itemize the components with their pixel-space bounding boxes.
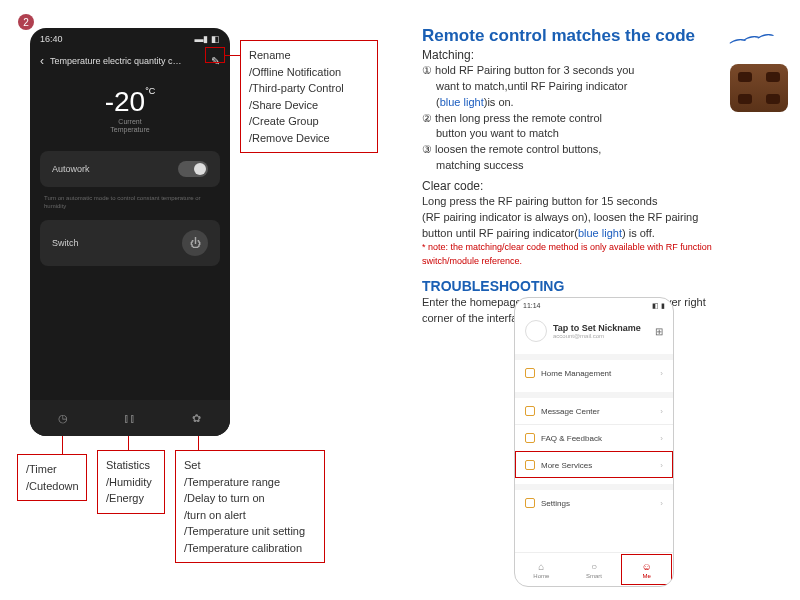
autowork-toggle[interactable] xyxy=(178,161,208,177)
switch-label: Switch xyxy=(52,238,79,248)
faq-icon xyxy=(525,433,535,443)
tab-label: Home xyxy=(533,573,549,579)
row-label: Message Center xyxy=(541,407,600,416)
connector-line xyxy=(198,436,199,450)
home-mgmt-icon xyxy=(525,368,535,378)
matching-step-2: ② then long press the remote control xyxy=(422,111,782,126)
temperature-display: -20°C Current Temperature xyxy=(30,72,230,141)
edit-menu-callout: Rename /Offline Notification /Third-part… xyxy=(240,40,378,153)
bottom-tabbar-light: ⌂Home ○Smart ☺Me xyxy=(515,552,673,586)
callout-line: /Remove Device xyxy=(249,130,369,147)
callout-line: /Timer xyxy=(26,461,78,478)
callout-line: /Energy xyxy=(106,490,156,507)
matching-step-1c: (blue light)is on. xyxy=(422,95,782,110)
settings-tab[interactable]: ✿ xyxy=(163,400,230,436)
profile-header[interactable]: Tap to Set Nickname account@mail.com ⊞ xyxy=(515,314,673,348)
app-me-phone: 11:14 ◧ ▮ Tap to Set Nickname account@ma… xyxy=(514,297,674,587)
callout-line: /Delay to turn on xyxy=(184,490,316,507)
status-sig-light: ◧ ▮ xyxy=(652,302,665,310)
autowork-hint: Turn on automatic mode to control consta… xyxy=(44,195,216,211)
callout-line: /Cutedown xyxy=(26,478,78,495)
timer-callout: /Timer /Cutedown xyxy=(17,454,87,501)
callout-line: /turn on alert xyxy=(184,507,316,524)
chevron-right-icon: › xyxy=(660,499,663,508)
row-label: More Services xyxy=(541,461,592,470)
remote-title: Remote control matches the code xyxy=(422,26,782,46)
timer-tab[interactable]: ◷ xyxy=(30,400,97,436)
set-callout: Set /Temperature range /Delay to turn on… xyxy=(175,450,325,563)
matching-step-3: ③ loosen the remote control buttons, xyxy=(422,142,782,157)
row-message-center[interactable]: Message Center› xyxy=(515,392,673,424)
home-icon: ⌂ xyxy=(538,561,544,572)
more-services-icon xyxy=(525,460,535,470)
temp-unit: °C xyxy=(145,86,155,96)
clear-line-2: (RF pairing indicator is always on), loo… xyxy=(422,210,782,225)
message-icon xyxy=(525,406,535,416)
avatar-icon[interactable] xyxy=(525,320,547,342)
row-label: Settings xyxy=(541,499,570,508)
callout-line: Rename xyxy=(249,47,369,64)
status-time-light: 11:14 xyxy=(523,302,541,310)
matching-step-1: ① hold RF Pairing button for 3 seconds y… xyxy=(422,63,782,78)
row-more-services[interactable]: More Services› xyxy=(515,451,673,478)
status-bar-light: 11:14 ◧ ▮ xyxy=(515,298,673,314)
tab-label: Smart xyxy=(586,573,602,579)
row-faq[interactable]: FAQ & Feedback› xyxy=(515,424,673,451)
back-icon[interactable]: ‹ xyxy=(40,54,44,68)
chevron-right-icon: › xyxy=(660,369,663,378)
edit-icon-highlight xyxy=(205,47,225,63)
note-line-2: switch/module reference. xyxy=(422,256,782,268)
clear-line-3: button until RF pairing indicator(blue l… xyxy=(422,226,782,241)
tab-smart[interactable]: ○Smart xyxy=(568,553,621,586)
chevron-right-icon: › xyxy=(660,434,663,443)
settings-row-icon xyxy=(525,498,535,508)
callout-line: /Temperature range xyxy=(184,474,316,491)
callout-line: /Create Group xyxy=(249,113,369,130)
row-home-management[interactable]: Home Management› xyxy=(515,354,673,386)
callout-line: /Third-party Control xyxy=(249,80,369,97)
account-sub: account@mail.com xyxy=(553,333,641,339)
nickname-label: Tap to Set Nickname xyxy=(553,323,641,333)
status-bar: 16:40 ▬▮ ◧ xyxy=(30,28,230,50)
matching-step-3b: matching success xyxy=(422,158,782,173)
tab-label: Me xyxy=(643,573,651,579)
matching-step-2b: button you want to match xyxy=(422,126,782,141)
remote-illustration xyxy=(730,50,792,112)
troubleshooting-heading: TROUBLESHOOTING xyxy=(422,278,782,294)
device-header: ‹ Temperature electric quantity c… ✎ xyxy=(30,50,230,72)
callout-line: /Temperature calibration xyxy=(184,540,316,557)
status-time: 16:40 xyxy=(40,34,63,44)
callout-line: /Temperature unit setting xyxy=(184,523,316,540)
callout-line: /Share Device xyxy=(249,97,369,114)
step-badge-2: 2 xyxy=(18,14,34,30)
matching-step-1b: want to match,until RF Pairing indicator xyxy=(422,79,782,94)
matching-heading: Matching: xyxy=(422,48,782,62)
tab-home[interactable]: ⌂Home xyxy=(515,553,568,586)
autowork-label: Autowork xyxy=(52,164,90,174)
clear-line-1: Long press the RF pairing button for 15 … xyxy=(422,194,782,209)
tab-me[interactable]: ☺Me xyxy=(620,553,673,586)
chevron-right-icon: › xyxy=(660,461,663,470)
temp-value: -20 xyxy=(105,86,145,117)
me-icon: ☺ xyxy=(642,561,652,572)
bottom-tabbar: ◷ ⫿⫿ ✿ xyxy=(30,400,230,436)
device-title: Temperature electric quantity c… xyxy=(50,56,205,66)
connector-line xyxy=(225,55,240,56)
temp-label-1: Current xyxy=(30,118,230,126)
status-signal: ▬▮ ◧ xyxy=(194,34,220,44)
scan-icon[interactable]: ⊞ xyxy=(655,326,663,337)
instructions-column: Remote control matches the code Matching… xyxy=(422,26,782,327)
connector-line xyxy=(62,436,63,454)
device-detail-phone: 16:40 ▬▮ ◧ ‹ Temperature electric quanti… xyxy=(30,28,230,436)
smart-icon: ○ xyxy=(591,561,597,572)
connector-line xyxy=(128,436,129,450)
autowork-row[interactable]: Autowork xyxy=(40,151,220,187)
stats-tab[interactable]: ⫿⫿ xyxy=(97,400,164,436)
chevron-right-icon: › xyxy=(660,407,663,416)
power-icon[interactable]: ⏻ xyxy=(182,230,208,256)
temp-label-2: Temperature xyxy=(30,126,230,134)
switch-row[interactable]: Switch ⏻ xyxy=(40,220,220,266)
row-label: FAQ & Feedback xyxy=(541,434,602,443)
row-settings[interactable]: Settings› xyxy=(515,484,673,516)
callout-line: Statistics xyxy=(106,457,156,474)
